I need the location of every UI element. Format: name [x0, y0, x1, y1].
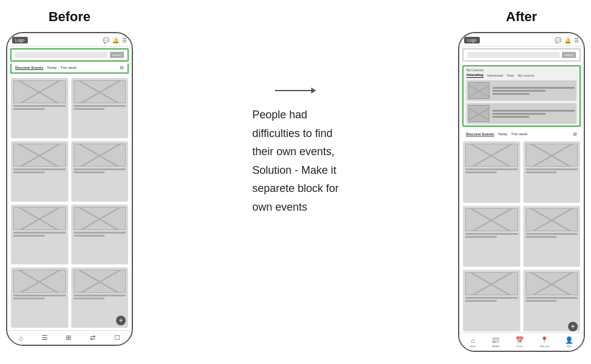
card-line	[465, 233, 518, 235]
after-phone-inner: Logo 💬 🔔 ☰ search My Calendar	[459, 33, 584, 333]
text-line-2: difficulties to find	[252, 124, 332, 143]
after-card-3	[463, 206, 520, 267]
before-topbar-icons: 💬 🔔 ☰	[103, 37, 127, 43]
after-filter-icon[interactable]: ⚙	[573, 132, 577, 137]
after-nav-near-you[interactable]: 📍 Near you	[540, 336, 549, 348]
before-search-bar[interactable]: search	[10, 48, 129, 62]
after-topbar-icons: 💬 🔔 ☰	[555, 37, 579, 43]
after-nav-home[interactable]: ⌂ Home	[470, 337, 476, 348]
nav-calendar-icon[interactable]: ⊞	[66, 334, 71, 342]
nav-news-label: NEWS	[492, 345, 499, 348]
after-card-5-lines	[465, 297, 518, 302]
card-2-lines	[74, 105, 126, 110]
cal-tab-interested[interactable]: Interested	[487, 74, 503, 78]
card-8-lines	[74, 295, 126, 299]
before-tabs-row: Discover Events Today This week ⚙	[10, 63, 129, 74]
card-line	[74, 168, 126, 170]
after-nav-news[interactable]: 📰 NEWS	[491, 336, 500, 348]
card-6-image	[74, 207, 126, 230]
mc-line-short2	[492, 93, 529, 95]
after-card-4	[523, 206, 581, 267]
before-search-btn[interactable]: search	[110, 52, 124, 58]
bell-icon: 🔔	[112, 37, 119, 43]
after-card-5	[463, 270, 520, 331]
before-cards-grid	[7, 75, 132, 330]
card-line-short	[465, 236, 497, 238]
card-line	[74, 105, 126, 107]
tab-this-week[interactable]: This week	[60, 66, 77, 70]
mc-card-1-lines	[492, 87, 575, 95]
text-line-1: People had	[252, 106, 307, 124]
card-line-short	[526, 236, 557, 238]
mc-card-2-image	[468, 105, 489, 122]
nav-home-icon[interactable]: ⌂	[19, 334, 23, 342]
nav-event-label: Event	[517, 345, 523, 348]
middle-text: People had difficulties to find their ow…	[240, 106, 350, 217]
card-line-short	[13, 235, 45, 237]
after-tab-today[interactable]: Today	[498, 132, 508, 136]
before-section: Before Logo 💬 🔔 ☰ search	[6, 9, 133, 346]
after-topbar: Logo 💬 🔔 ☰	[459, 33, 584, 46]
before-search-input[interactable]	[15, 52, 108, 58]
nav-bookmark-icon[interactable]: ☐	[114, 334, 120, 342]
arrow-line	[275, 90, 311, 91]
text-line-5: separete block for	[252, 179, 338, 198]
card-1	[11, 78, 68, 138]
card-line-short	[465, 171, 497, 173]
middle-section: People had difficulties to find their ow…	[133, 9, 458, 217]
before-bottom-nav: ⌂ ☰ ⊞ ⇄ ☐	[7, 330, 132, 345]
after-section: After Logo 💬 🔔 ☰ search	[458, 9, 585, 352]
news-icon: 📰	[491, 336, 500, 344]
home-icon: ⌂	[471, 337, 475, 344]
after-card-6-image	[526, 272, 578, 295]
my-calendar-tabs: Attending Interested Past My events	[467, 73, 576, 78]
card-1-lines	[13, 105, 66, 110]
after-card-3-image	[465, 208, 518, 231]
after-title: After	[506, 9, 537, 25]
card-line-short	[74, 108, 105, 110]
after-tab-discover[interactable]: Discover Events	[466, 132, 494, 136]
cal-tab-past[interactable]: Past	[507, 74, 514, 78]
card-4	[71, 141, 129, 202]
after-card-5-image	[465, 272, 518, 295]
after-tabs-row: Discover Events Today This week ⚙	[462, 130, 581, 139]
card-line	[13, 232, 66, 234]
cal-tab-attending[interactable]: Attending	[467, 73, 483, 78]
tab-today[interactable]: Today	[47, 66, 57, 70]
card-6-lines	[74, 232, 126, 237]
card-line-short	[526, 171, 557, 173]
tab-discover-events[interactable]: Discover Events	[15, 66, 44, 70]
filter-icon[interactable]: ⚙	[120, 65, 124, 71]
card-6	[71, 205, 129, 265]
after-card-6-lines	[526, 297, 578, 302]
cal-tab-my-events[interactable]: My events	[518, 74, 534, 78]
after-search-bar[interactable]: search	[462, 48, 581, 62]
after-cards-grid	[459, 140, 584, 333]
card-line-short	[74, 235, 105, 237]
after-bell-icon: 🔔	[564, 37, 571, 43]
nav-share-icon[interactable]: ⇄	[90, 334, 95, 342]
text-line-4: Solution - Make it	[252, 161, 336, 180]
near-you-icon: 📍	[540, 336, 549, 344]
after-nav-event[interactable]: 📅 Event	[515, 336, 524, 348]
after-card-3-lines	[465, 233, 518, 238]
after-bottom-nav: ⌂ Home 📰 NEWS 📅 Event 📍 Near you 👤	[459, 333, 584, 351]
after-search-btn[interactable]: search	[562, 52, 576, 58]
event-icon: 📅	[515, 336, 524, 344]
before-fab-button[interactable]: +	[116, 316, 126, 325]
card-line	[526, 168, 578, 170]
after-card-2-image	[526, 144, 578, 167]
after-tab-this-week[interactable]: This week	[511, 132, 528, 136]
after-fab-button[interactable]: +	[568, 322, 578, 331]
nav-list-icon[interactable]: ☰	[42, 334, 48, 342]
card-line	[526, 233, 578, 235]
mc-line	[492, 110, 575, 112]
card-5-image	[13, 207, 66, 230]
card-1-image	[13, 80, 66, 103]
card-2-image	[74, 80, 126, 103]
after-search-input[interactable]	[467, 52, 560, 58]
after-phone: Logo 💬 🔔 ☰ search My Calendar	[458, 32, 585, 352]
nav-home-label: Home	[470, 345, 476, 348]
after-menu-icon: ☰	[574, 37, 579, 43]
after-nav-bub[interactable]: 👤 Bub	[565, 336, 573, 348]
